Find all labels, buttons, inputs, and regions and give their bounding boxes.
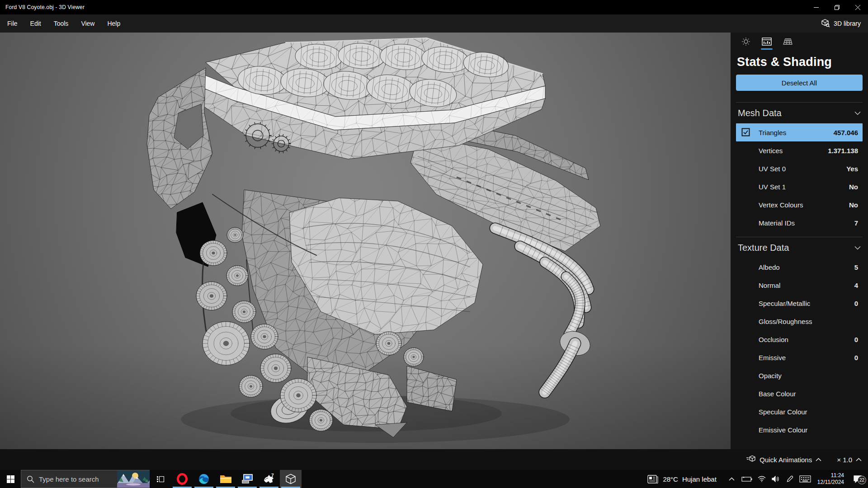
menu-edit[interactable]: Edit: [24, 14, 47, 33]
system-tray: 28°C Hujan lebat: [647, 470, 868, 488]
stat-row-normal[interactable]: Normal 4: [736, 276, 863, 294]
stat-label: UV Set 0: [759, 165, 786, 173]
stat-value: No: [849, 201, 858, 209]
3d-library-button[interactable]: 3D library: [814, 14, 868, 33]
taskbar-search-input[interactable]: Type here to search: [21, 470, 150, 488]
file-explorer-icon[interactable]: [215, 470, 236, 488]
stat-row-albedo[interactable]: Albedo 5: [736, 258, 863, 276]
notification-center-button[interactable]: 22: [850, 475, 865, 483]
mesh-data-title: Mesh Data: [738, 108, 782, 118]
stat-row-gloss-roughness[interactable]: Gloss/Roughness: [736, 312, 863, 330]
stat-label: Triangles: [759, 129, 786, 136]
menu-help[interactable]: Help: [101, 14, 127, 33]
stat-value: 0: [854, 336, 858, 343]
stat-label: UV Set 1: [759, 183, 786, 191]
news-weather-icon[interactable]: [647, 475, 659, 483]
stat-row-emissive[interactable]: Emissive 0: [736, 348, 863, 366]
stat-label: Emissive Colour: [759, 426, 807, 434]
task-view-button[interactable]: [150, 470, 171, 488]
stat-row-opacity[interactable]: Opacity: [736, 366, 863, 385]
tray-temperature[interactable]: 28°C: [663, 475, 678, 483]
cube-search-icon: [821, 19, 830, 29]
bing-daily-image[interactable]: [117, 470, 150, 488]
engine-wireframe-render[interactable]: [0, 33, 731, 449]
stat-row-uv-set-0[interactable]: UV Set 0 Yes: [736, 160, 863, 178]
stat-row-specular-metallic[interactable]: Specular/Metallic 0: [736, 294, 863, 312]
stat-label: Emissive: [759, 354, 786, 361]
stat-row-uv-set-1[interactable]: UV Set 1 No: [736, 178, 863, 196]
texture-data-title: Texture Data: [738, 243, 789, 253]
stat-value: 0: [854, 354, 858, 361]
mesh-data-section: Mesh Data Triangles 457.046 Vertices 1.3…: [731, 103, 868, 232]
edge-icon[interactable]: [193, 470, 215, 488]
tray-weather-label[interactable]: Hujan lebat: [682, 475, 717, 483]
deselect-all-button[interactable]: Deselect All: [736, 75, 863, 91]
mesh-data-header[interactable]: Mesh Data: [731, 103, 868, 123]
start-button[interactable]: [0, 470, 21, 488]
tray-clock[interactable]: 11:24 12/11/2024: [816, 472, 846, 486]
stat-label: Opacity: [759, 372, 782, 380]
pen-icon[interactable]: [785, 475, 795, 483]
stat-value: 1.371.138: [828, 147, 858, 155]
tab-lighting[interactable]: [741, 37, 751, 51]
stat-row-vertex-colours[interactable]: Vertex Colours No: [736, 196, 863, 214]
close-button[interactable]: [847, 0, 868, 14]
window-title: Ford V8 Coyote.obj - 3D Viewer: [0, 4, 85, 10]
menu-bar: File Edit Tools View Help 3D library: [0, 14, 868, 33]
stat-row-specular-colour[interactable]: Specular Colour: [736, 403, 863, 421]
search-icon: [27, 475, 34, 483]
minimize-button[interactable]: [806, 0, 826, 14]
animation-speed-label[interactable]: × 1.0: [837, 456, 852, 464]
stat-label: Normal: [759, 282, 780, 289]
stat-row-triangles[interactable]: Triangles 457.046: [736, 123, 863, 141]
stat-row-emissive-colour[interactable]: Emissive Colour: [736, 421, 863, 439]
stat-label: Specular/Metallic: [759, 300, 810, 307]
stats-shading-panel: Stats & Shading Deselect All Mesh Data T…: [731, 33, 868, 449]
stat-row-vertices[interactable]: Vertices 1.371.138: [736, 141, 863, 160]
stat-row-material-ids[interactable]: Material IDs 7: [736, 214, 863, 232]
touch-keyboard-icon[interactable]: [799, 475, 811, 483]
3d-viewer-icon[interactable]: [280, 470, 302, 488]
app-footer-bar: Quick Animations × 1.0: [0, 449, 868, 470]
svg-text:7: 7: [271, 473, 274, 478]
tab-grid[interactable]: [782, 37, 793, 51]
menu-view[interactable]: View: [75, 14, 101, 33]
stat-label: Specular Colour: [759, 408, 807, 416]
viewport-3d[interactable]: [0, 33, 731, 449]
stat-row-occlusion[interactable]: Occlusion 0: [736, 330, 863, 348]
stat-label: Occlusion: [759, 336, 788, 343]
opera-icon[interactable]: [171, 470, 193, 488]
chevron-down-icon: [854, 246, 861, 250]
menu-tools[interactable]: Tools: [47, 14, 75, 33]
stat-value: 7: [854, 219, 858, 227]
stat-value: 0: [854, 300, 858, 307]
stat-label: Gloss/Roughness: [759, 318, 812, 325]
stat-value: 4: [854, 282, 858, 289]
tab-stats-shading[interactable]: [761, 37, 772, 51]
stat-label: Material IDs: [759, 219, 795, 227]
stat-row-base-colour[interactable]: Base Colour: [736, 385, 863, 403]
volume-icon[interactable]: [771, 476, 781, 482]
rhino7-icon[interactable]: 7: [258, 470, 280, 488]
quick-animations-label[interactable]: Quick Animations: [760, 456, 812, 464]
checkbox-checked-icon[interactable]: [741, 128, 750, 136]
notification-badge: 22: [858, 476, 866, 484]
wifi-icon[interactable]: [757, 476, 767, 482]
tray-date: 12/11/2024: [817, 479, 844, 486]
stat-label: Vertices: [759, 147, 783, 155]
windows-taskbar: Type here to search: [0, 470, 868, 488]
restore-button[interactable]: [826, 0, 847, 14]
panel-title: Stats & Shading: [737, 55, 868, 69]
texture-data-header[interactable]: Texture Data: [731, 237, 868, 258]
stat-value: No: [849, 183, 858, 191]
chevron-up-icon[interactable]: [816, 458, 821, 461]
pc-app-icon[interactable]: [236, 470, 258, 488]
panel-tabs: [731, 33, 868, 53]
stat-value: Yes: [846, 165, 858, 173]
menu-file[interactable]: File: [0, 14, 24, 33]
tray-chevron-up-icon[interactable]: [727, 477, 737, 481]
battery-icon[interactable]: [741, 476, 753, 482]
stat-label: Vertex Colours: [759, 201, 803, 209]
stat-label: Base Colour: [759, 390, 796, 398]
chevron-up-icon[interactable]: [856, 458, 862, 461]
